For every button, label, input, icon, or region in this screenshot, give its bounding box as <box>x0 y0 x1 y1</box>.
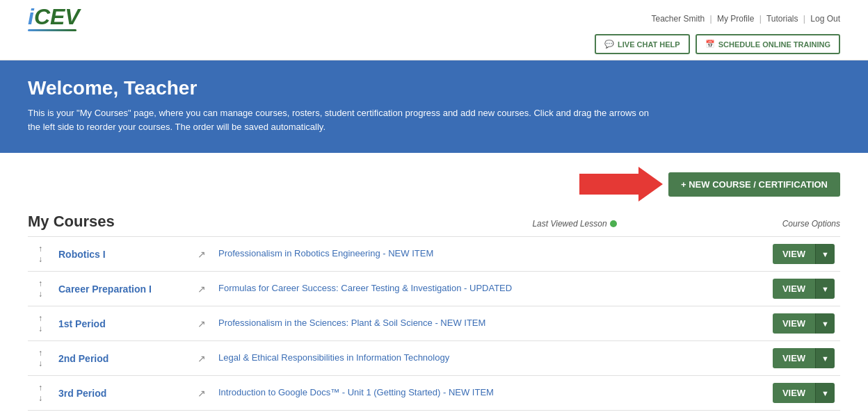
arrow-container <box>579 167 663 202</box>
view-dropdown-button[interactable]: ▼ <box>815 279 835 299</box>
down-arrow-icon[interactable]: ↓ <box>38 393 42 403</box>
user-nav: Teacher Smith | My Profile | Tutorials |… <box>651 14 840 24</box>
logo: i CEV <box>28 6 80 31</box>
external-link-icon[interactable]: ↗ <box>198 284 206 295</box>
external-link-icon[interactable]: ↗ <box>198 318 206 329</box>
green-dot-icon <box>610 220 617 227</box>
view-button[interactable]: VIEW <box>773 313 815 334</box>
table-row: ↑ ↓ Career Preparation I ↗ Formulas for … <box>28 272 840 306</box>
view-button[interactable]: VIEW <box>773 279 815 299</box>
svg-marker-0 <box>579 167 663 202</box>
last-lesson-link[interactable]: Introduction to Google Docs™ - Unit 1 (G… <box>218 387 494 397</box>
last-lesson-link[interactable]: Formulas for Career Success: Career Test… <box>218 283 512 293</box>
view-dropdown-button[interactable]: ▼ <box>815 383 835 403</box>
courses-title: My Courses <box>28 213 392 231</box>
my-profile-link[interactable]: My Profile <box>717 14 754 24</box>
course-name[interactable]: 1st Period <box>58 318 106 329</box>
course-options-label: Course Options <box>757 219 840 229</box>
sort-arrows[interactable]: ↑ ↓ <box>33 383 47 403</box>
courses-header: My Courses Last Viewed Lesson Course Opt… <box>28 213 840 231</box>
live-chat-button[interactable]: 💬 LIVE CHAT HELP <box>595 34 690 54</box>
view-btn-group: VIEW ▼ <box>724 348 835 368</box>
up-arrow-icon[interactable]: ↑ <box>38 383 42 393</box>
down-arrow-icon[interactable]: ↓ <box>38 289 42 299</box>
view-button[interactable]: VIEW <box>773 383 815 403</box>
courses-table: ↑ ↓ Robotics I ↗ Professionalism in Robo… <box>28 236 840 411</box>
down-arrow-icon[interactable]: ↓ <box>38 359 42 368</box>
logo-underline <box>28 29 77 31</box>
logo-cev: CEV <box>34 6 80 28</box>
welcome-banner: Welcome, Teacher This is your "My Course… <box>0 60 868 153</box>
view-btn-group: VIEW ▼ <box>724 313 835 334</box>
table-row: ↑ ↓ Robotics I ↗ Professionalism in Robo… <box>28 237 840 272</box>
new-course-row: + NEW COURSE / CERTIFICATION <box>28 167 840 202</box>
last-viewed-label: Last Viewed Lesson <box>392 219 757 229</box>
calendar-icon: 📅 <box>705 40 715 49</box>
up-arrow-icon[interactable]: ↑ <box>38 348 42 358</box>
table-row: ↑ ↓ 2nd Period ↗ Legal & Ethical Respons… <box>28 341 840 376</box>
user-name: Teacher Smith <box>651 14 705 24</box>
welcome-description: This is your "My Courses" page, where yo… <box>28 106 654 133</box>
last-lesson-link[interactable]: Professionalism in Robotics Engineering … <box>218 248 433 258</box>
up-arrow-icon[interactable]: ↑ <box>38 279 42 288</box>
tutorials-link[interactable]: Tutorials <box>766 14 798 24</box>
down-arrow-icon[interactable]: ↓ <box>38 324 42 334</box>
view-btn-group: VIEW ▼ <box>724 244 835 264</box>
logo-i: i <box>28 6 34 28</box>
view-dropdown-button[interactable]: ▼ <box>815 244 835 264</box>
course-name[interactable]: Robotics I <box>58 249 106 260</box>
external-link-icon[interactable]: ↗ <box>198 353 206 364</box>
course-name[interactable]: Career Preparation I <box>58 284 152 295</box>
sep1: | <box>710 14 712 24</box>
last-viewed-text: Last Viewed Lesson <box>532 219 606 229</box>
last-lesson-link[interactable]: Legal & Ethical Responsibilities in Info… <box>218 352 449 363</box>
view-btn-group: VIEW ▼ <box>724 279 835 299</box>
down-arrow-icon[interactable]: ↓ <box>38 254 42 264</box>
schedule-training-button[interactable]: 📅 SCHEDULE ONLINE TRAINING <box>696 34 840 54</box>
live-chat-label: LIVE CHAT HELP <box>618 40 680 49</box>
course-name[interactable]: 3rd Period <box>58 388 106 399</box>
sort-arrows[interactable]: ↑ ↓ <box>33 244 47 264</box>
up-arrow-icon[interactable]: ↑ <box>38 244 42 254</box>
external-link-icon[interactable]: ↗ <box>198 388 206 399</box>
schedule-label: SCHEDULE ONLINE TRAINING <box>718 40 830 49</box>
view-dropdown-button[interactable]: ▼ <box>815 313 835 334</box>
welcome-title: Welcome, Teacher <box>28 77 840 99</box>
sort-arrows[interactable]: ↑ ↓ <box>33 348 47 368</box>
sep2: | <box>760 14 762 24</box>
external-link-icon[interactable]: ↗ <box>198 249 206 260</box>
red-arrow-icon <box>579 167 663 202</box>
table-row: ↑ ↓ 3rd Period ↗ Introduction to Google … <box>28 376 840 411</box>
chat-icon: 💬 <box>604 40 614 49</box>
logout-link[interactable]: Log Out <box>810 14 840 24</box>
sort-arrows[interactable]: ↑ ↓ <box>33 279 47 299</box>
table-row: ↑ ↓ 1st Period ↗ Professionalism in the … <box>28 306 840 341</box>
sep3: | <box>803 14 805 24</box>
new-course-button[interactable]: + NEW COURSE / CERTIFICATION <box>668 172 840 197</box>
view-dropdown-button[interactable]: ▼ <box>815 348 835 368</box>
sort-arrows[interactable]: ↑ ↓ <box>33 313 47 334</box>
view-button[interactable]: VIEW <box>773 348 815 368</box>
last-lesson-link[interactable]: Professionalism in the Sciences: Plant &… <box>218 318 485 328</box>
up-arrow-icon[interactable]: ↑ <box>38 313 42 323</box>
course-name[interactable]: 2nd Period <box>58 353 108 364</box>
view-btn-group: VIEW ▼ <box>724 383 835 403</box>
view-button[interactable]: VIEW <box>773 244 815 264</box>
